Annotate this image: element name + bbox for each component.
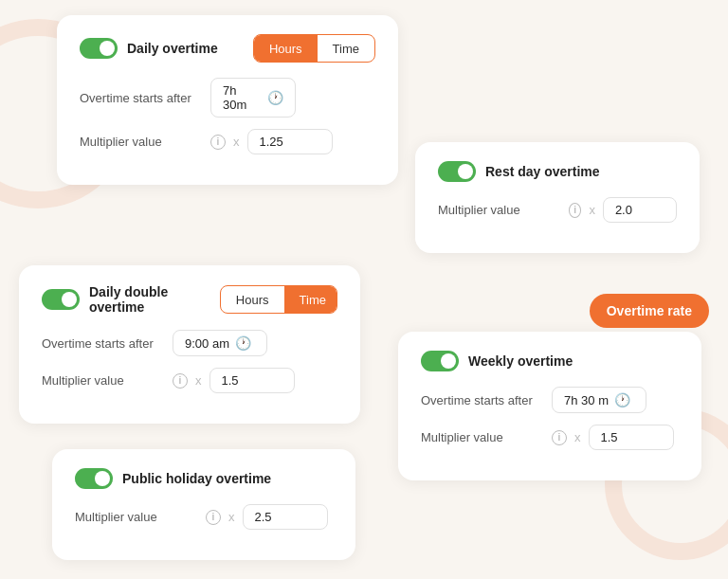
daily-double-seg-ctrl[interactable]: Hours Time <box>220 285 337 314</box>
clock-icon: 🕐 <box>267 90 283 105</box>
rest-x-separator: x <box>589 203 595 217</box>
daily-double-clock-icon: 🕐 <box>235 335 251 351</box>
daily-double-starts-after-input[interactable]: 9:00 am 🕐 <box>173 330 267 356</box>
multiplier-label: Multiplier value <box>80 135 203 149</box>
rest-info-icon[interactable]: i <box>569 203 581 218</box>
rest-day-multiplier-value: 2.0 <box>615 203 632 217</box>
daily-double-label: Daily double overtime <box>89 284 220 315</box>
rest-day-label: Rest day overtime <box>485 164 600 179</box>
daily-double-multiplier-label: Multiplier value <box>42 373 165 388</box>
daily-double-starts-after-row: Overtime starts after 9:00 am 🕐 <box>42 330 337 356</box>
daily-double-multiplier-input[interactable]: 1.5 <box>209 368 295 393</box>
weekly-overtime-label: Weekly overtime <box>468 353 573 369</box>
public-holiday-overtime-card: Public holiday overtime Multiplier value… <box>52 449 355 560</box>
multiplier-value: 1.25 <box>260 135 283 149</box>
multiplier-row: Multiplier value i x 1.25 <box>80 129 375 154</box>
daily-double-multiplier-value: 1.5 <box>222 373 239 388</box>
public-holiday-multiplier-input[interactable]: 2.5 <box>243 504 328 530</box>
daily-double-starts-after-value: 9:00 am <box>185 336 229 351</box>
info-icon[interactable]: i <box>210 135 226 150</box>
weekly-multiplier-row: Multiplier value i x 1.5 <box>421 425 679 450</box>
rest-day-multiplier-label: Multiplier value <box>438 203 561 217</box>
seg-hours-btn[interactable]: Hours <box>254 35 318 62</box>
public-holiday-info-icon[interactable]: i <box>206 510 221 525</box>
multiplier-input[interactable]: 1.25 <box>247 129 333 154</box>
daily-overtime-seg-ctrl[interactable]: Hours Time <box>253 34 375 63</box>
weekly-overtime-card: Weekly overtime Overtime starts after 7h… <box>398 332 701 480</box>
weekly-multiplier-input[interactable]: 1.5 <box>589 425 674 450</box>
public-holiday-toggle[interactable] <box>75 468 113 489</box>
overtime-rate-badge[interactable]: Overtime rate <box>590 294 709 328</box>
daily-overtime-label: Daily overtime <box>127 41 218 56</box>
starts-after-input[interactable]: 7h 30m 🕐 <box>210 78 296 118</box>
public-holiday-label: Public holiday overtime <box>122 471 271 486</box>
daily-double-info-icon[interactable]: i <box>173 373 188 389</box>
daily-double-toggle[interactable] <box>42 289 80 310</box>
weekly-starts-after-row: Overtime starts after 7h 30 m 🕐 <box>421 387 679 413</box>
rest-day-toggle[interactable] <box>438 161 476 182</box>
x-separator: x <box>233 135 240 149</box>
starts-after-row: Overtime starts after 7h 30m 🕐 <box>80 78 375 118</box>
rest-day-multiplier-input[interactable]: 2.0 <box>603 197 677 223</box>
starts-after-value: 7h 30m <box>223 83 262 112</box>
rest-day-multiplier-row: Multiplier value i x 2.0 <box>438 197 677 223</box>
weekly-info-icon[interactable]: i <box>552 430 567 445</box>
weekly-multiplier-label: Multiplier value <box>421 430 544 444</box>
daily-double-multiplier-row: Multiplier value i x 1.5 <box>42 368 337 393</box>
daily-double-starts-after-label: Overtime starts after <box>42 336 165 351</box>
daily-overtime-card: Daily overtime Hours Time Overtime start… <box>57 15 398 185</box>
daily-double-seg-time-btn[interactable]: Time <box>284 286 337 313</box>
weekly-starts-after-label: Overtime starts after <box>421 393 544 407</box>
rest-day-overtime-card: Rest day overtime Multiplier value i x 2… <box>415 142 700 253</box>
weekly-starts-after-input[interactable]: 7h 30 m 🕐 <box>552 387 646 413</box>
public-holiday-multiplier-value: 2.5 <box>255 510 272 524</box>
weekly-overtime-toggle[interactable] <box>421 351 459 371</box>
public-holiday-multiplier-label: Multiplier value <box>75 510 198 524</box>
public-holiday-multiplier-row: Multiplier value i x 2.5 <box>75 504 333 530</box>
daily-overtime-toggle[interactable] <box>80 38 118 59</box>
seg-time-btn[interactable]: Time <box>318 35 374 62</box>
weekly-x-sep: x <box>574 430 581 444</box>
daily-double-x-sep: x <box>195 373 202 388</box>
starts-after-label: Overtime starts after <box>80 91 203 105</box>
weekly-starts-after-value: 7h 30 m <box>564 393 609 407</box>
weekly-multiplier-value: 1.5 <box>601 430 618 444</box>
daily-double-overtime-card: Daily double overtime Hours Time Overtim… <box>19 265 360 424</box>
public-holiday-x-sep: x <box>228 510 235 524</box>
daily-double-seg-hours-btn[interactable]: Hours <box>221 286 284 313</box>
weekly-clock-icon: 🕐 <box>614 392 630 407</box>
